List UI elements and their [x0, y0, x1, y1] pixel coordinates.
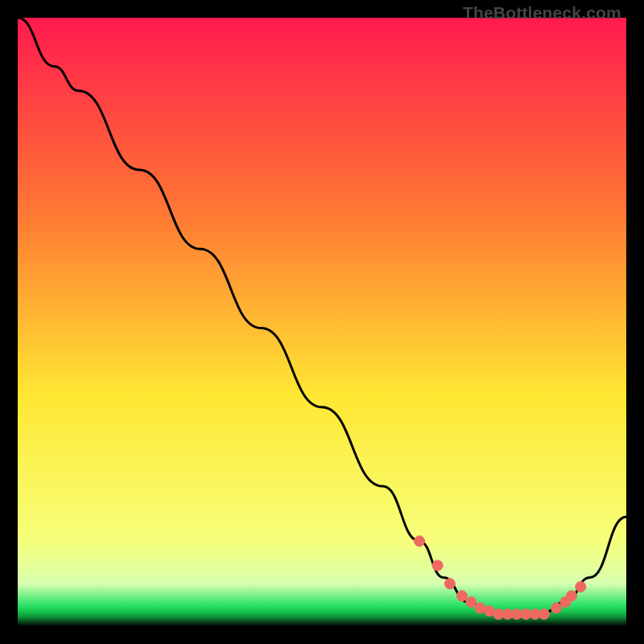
- curve-marker: [444, 579, 455, 589]
- curve-marker: [576, 581, 586, 592]
- chart-frame: TheBottleneck.com: [0, 0, 644, 644]
- chart-svg: [18, 18, 626, 626]
- plot-area: [18, 18, 626, 626]
- curve-marker: [567, 591, 577, 601]
- curve-marker: [539, 609, 549, 619]
- curve-marker: [551, 603, 562, 613]
- attribution-text: TheBottleneck.com: [463, 3, 621, 23]
- curve-marker: [466, 597, 477, 607]
- curve-marker: [415, 536, 425, 547]
- curve-marker: [456, 591, 467, 601]
- curve-marker: [432, 560, 443, 571]
- gradient-background: [18, 18, 626, 626]
